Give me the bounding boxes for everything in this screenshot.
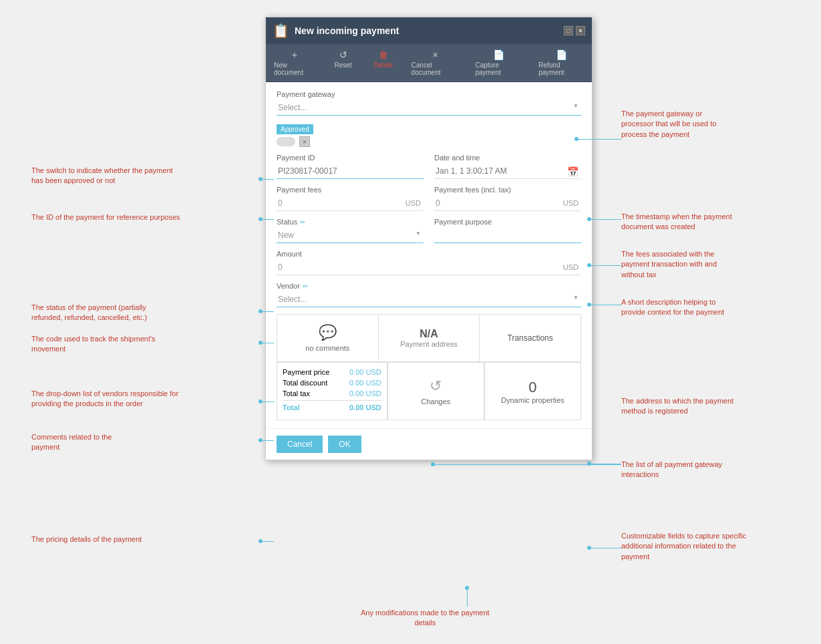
pricing-price-value: 0.00 USD xyxy=(349,368,381,376)
toggle-row: × xyxy=(277,136,581,147)
toolbar: + New document ↺ Reset 🗑 Delete × Cancel… xyxy=(266,44,592,82)
pricing-tax-label: Total tax xyxy=(283,389,310,397)
modal-title: New incoming payment xyxy=(295,25,399,36)
status-purpose-row: Status ✏ New Payment purpose xyxy=(277,218,581,250)
fees-tax-currency: USD xyxy=(563,199,581,207)
status-edit-icon[interactable]: ✏ xyxy=(300,218,305,226)
annotation-status-dot xyxy=(259,309,263,313)
annotation-fees-dot xyxy=(587,263,591,267)
transactions-tab[interactable]: Transactions xyxy=(480,315,581,361)
modal-footer: Cancel OK xyxy=(266,428,592,460)
fees-currency: USD xyxy=(405,199,424,207)
annotation-gateway-dot xyxy=(574,137,579,141)
annotation-vendor-line xyxy=(261,401,274,402)
date-input[interactable] xyxy=(434,164,581,179)
modal-body: Payment gateway Select... Approved × Pay… xyxy=(266,82,592,428)
delete-label: Delete xyxy=(373,61,393,69)
annotation-approved: The switch to indicate whether the payme… xyxy=(31,166,173,186)
cancel-document-button[interactable]: × Cancel document xyxy=(403,47,468,79)
annotation-payment-id: The ID of the payment for reference purp… xyxy=(31,212,180,222)
minimize-button[interactable]: □ xyxy=(564,26,573,35)
capture-icon: 📄 xyxy=(493,49,504,60)
pricing-section: Payment price 0.00 USD Total discount 0.… xyxy=(277,362,387,420)
purpose-col: Payment purpose xyxy=(434,218,581,250)
fees-group: Payment fees USD xyxy=(277,186,424,211)
purpose-input[interactable] xyxy=(434,228,581,243)
dynamic-properties-label: Dynamic properties xyxy=(501,396,564,404)
reset-label: Reset xyxy=(335,61,352,69)
titlebar-left: 📋 New incoming payment xyxy=(273,23,399,39)
ok-button[interactable]: OK xyxy=(328,436,361,453)
annotation-pricing-line xyxy=(261,541,274,542)
annotation-pricing: The pricing details of the payment xyxy=(31,534,142,544)
comments-tab[interactable]: 💬 no comments xyxy=(277,315,379,361)
annotation-date: The timestamp when the paymentdocument w… xyxy=(621,212,732,232)
payment-gateway-select[interactable]: Select... xyxy=(277,100,581,116)
annotation-date-dot xyxy=(587,217,591,221)
comments-icon: 💬 xyxy=(319,324,337,341)
approved-clear-button[interactable]: × xyxy=(299,136,310,147)
dynamic-properties-value: 0 xyxy=(528,379,536,396)
payment-gateway-group: Payment gateway Select... xyxy=(277,90,581,116)
annotation-comments: Comments related to thepayment xyxy=(31,432,112,453)
new-document-button[interactable]: + New document xyxy=(266,47,323,79)
approved-section: Approved × xyxy=(277,122,581,147)
vendor-label: Vendor ✏ xyxy=(277,282,581,290)
cancel-button[interactable]: Cancel xyxy=(277,436,323,453)
vendor-edit-icon[interactable]: ✏ xyxy=(303,283,308,290)
pricing-price-row: Payment price 0.00 USD xyxy=(283,368,381,376)
annotation-shipment: The code used to track the shipment'smov… xyxy=(31,334,156,355)
modal-titlebar: 📋 New incoming payment □ × xyxy=(266,17,592,44)
delete-button[interactable]: 🗑 Delete xyxy=(363,47,403,79)
pricing-discount-value: 0.00 USD xyxy=(349,379,381,387)
annotation-purpose-line xyxy=(589,305,621,305)
annotation-id-dot xyxy=(259,217,263,221)
payment-id-group: Payment ID xyxy=(277,154,424,179)
status-select-wrapper: New xyxy=(277,228,424,243)
cancel-document-label: Cancel document xyxy=(412,61,460,76)
pricing-discount-label: Total discount xyxy=(283,379,327,387)
pricing-tax-row: Total tax 0.00 USD xyxy=(283,389,381,397)
annotation-address-dot xyxy=(431,462,435,466)
close-button[interactable]: × xyxy=(576,26,585,35)
annotation-gateway-line xyxy=(577,139,621,140)
refund-icon: 📄 xyxy=(556,49,567,60)
payment-id-input[interactable] xyxy=(277,164,424,179)
refund-payment-button[interactable]: 📄 Refund payment xyxy=(530,47,592,79)
fees-label: Payment fees xyxy=(277,186,424,194)
annotation-transactions-dot xyxy=(587,462,591,466)
comments-label: no comments xyxy=(305,344,349,352)
purpose-group: Payment purpose xyxy=(434,218,581,243)
reset-button[interactable]: ↺ Reset xyxy=(323,47,363,79)
amount-input[interactable] xyxy=(277,260,563,275)
approved-toggle[interactable] xyxy=(277,137,295,146)
annotation-status: The status of the payment (partiallyrefu… xyxy=(31,303,147,323)
modal-window: 📋 New incoming payment □ × + New documen… xyxy=(265,17,593,460)
fees-input[interactable] xyxy=(277,196,405,210)
capture-payment-button[interactable]: 📄 Capture payment xyxy=(467,47,530,79)
payment-address-tab[interactable]: N/A Payment address xyxy=(379,315,480,361)
payment-address-value: N/A xyxy=(420,328,438,340)
fees-tax-input[interactable] xyxy=(434,196,563,210)
dynamic-properties-tab[interactable]: 0 Dynamic properties xyxy=(484,362,581,420)
capture-label: Capture payment xyxy=(475,61,522,76)
pricing-price-label: Payment price xyxy=(283,368,329,376)
annotation-transactions: The list of all payment gateway interact… xyxy=(621,460,762,480)
status-select[interactable]: New xyxy=(277,228,424,243)
changes-tab[interactable]: ↺ Changes xyxy=(387,362,484,420)
payment-id-col: Payment ID xyxy=(277,154,424,186)
annotation-approved-dot xyxy=(259,177,263,181)
vendor-select[interactable]: Select... xyxy=(277,292,581,307)
payment-id-date-row: Payment ID Date and time 📅 xyxy=(277,154,581,186)
annotation-dynamic-dot xyxy=(587,546,591,550)
pricing-total-row: Total 0.00 USD xyxy=(283,400,381,412)
titlebar-controls: □ × xyxy=(564,26,585,35)
fees-tax-label: Payment fees (incl. tax) xyxy=(434,186,581,194)
pricing-discount-row: Total discount 0.00 USD xyxy=(283,379,381,387)
annotation-fees: The fees associated with thepayment tran… xyxy=(621,249,717,280)
calendar-icon[interactable]: 📅 xyxy=(567,166,579,177)
fees-row: Payment fees USD Payment fees (incl. tax… xyxy=(277,186,581,218)
cancel-document-icon: × xyxy=(432,49,438,60)
changes-icon: ↺ xyxy=(430,377,442,395)
pricing-total-label: Total xyxy=(283,404,299,412)
